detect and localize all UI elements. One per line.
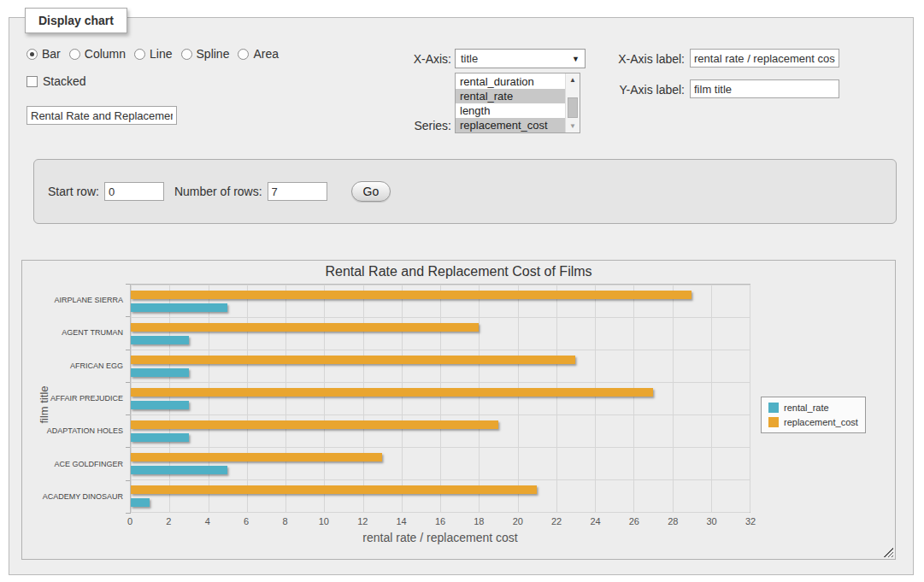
bar-rental_rate[interactable] bbox=[131, 336, 189, 344]
x-tick-label: 28 bbox=[668, 516, 678, 526]
bar-group bbox=[131, 350, 750, 382]
x-axis-select[interactable]: title ▼ bbox=[455, 49, 586, 68]
start-row-label: Start row: bbox=[48, 185, 99, 198]
x-tick-label: 26 bbox=[629, 516, 639, 526]
scroll-up-icon[interactable]: ▲ bbox=[566, 73, 580, 86]
chart-type-label: Line bbox=[150, 47, 172, 61]
x-tick-label: 2 bbox=[166, 516, 171, 526]
chart-type-label: Area bbox=[253, 47, 279, 61]
category-label: AFRICAN EGG bbox=[43, 350, 130, 382]
radio-icon[interactable] bbox=[26, 49, 38, 60]
series-label: Series: bbox=[411, 119, 451, 132]
series-listbox[interactable]: rental_durationrental_ratelengthreplacem… bbox=[455, 73, 580, 133]
x-tick-label: 24 bbox=[590, 516, 600, 526]
category-label: ACADEMY DINOSAUR bbox=[43, 480, 130, 513]
chart-type-bar[interactable]: Bar bbox=[26, 47, 61, 61]
bar-rental_rate[interactable] bbox=[131, 401, 189, 409]
x-tick-label: 6 bbox=[244, 516, 249, 526]
x-axis-title: rental rate / replacement cost bbox=[130, 531, 750, 544]
radio-icon[interactable] bbox=[181, 49, 192, 60]
chart-type-column[interactable]: Column bbox=[69, 47, 126, 61]
stacked-option[interactable]: Stacked bbox=[26, 74, 86, 88]
x-axis-ticks: 02468101214161820222426283032 bbox=[130, 516, 750, 528]
bar-replacement_cost[interactable] bbox=[131, 485, 537, 494]
series-scrollbar[interactable]: ▲ ▼ bbox=[565, 73, 580, 132]
chart-type-spline[interactable]: Spline bbox=[181, 47, 230, 61]
x-tick-label: 22 bbox=[551, 516, 562, 526]
bar-replacement_cost[interactable] bbox=[131, 323, 479, 332]
bar-rental_rate[interactable] bbox=[131, 303, 227, 312]
x-tick-label: 8 bbox=[282, 516, 287, 526]
x-axis-label-input[interactable] bbox=[690, 49, 839, 68]
series-option-length[interactable]: length bbox=[456, 103, 565, 118]
category-label: AGENT TRUMAN bbox=[43, 316, 130, 349]
x-tick-label: 30 bbox=[707, 516, 717, 526]
chart-type-radios: BarColumnLineSplineArea bbox=[26, 47, 279, 61]
stacked-label: Stacked bbox=[43, 74, 86, 88]
scrollbar-thumb[interactable] bbox=[568, 97, 578, 118]
legend-label: rental_rate bbox=[784, 403, 829, 413]
bar-group bbox=[131, 414, 750, 447]
bar-rental_rate[interactable] bbox=[131, 498, 150, 507]
chevron-down-icon: ▼ bbox=[572, 55, 580, 63]
radio-icon[interactable] bbox=[238, 49, 249, 60]
chart-title-input[interactable] bbox=[26, 106, 177, 125]
bar-replacement_cost[interactable] bbox=[131, 420, 498, 429]
chart-type-line[interactable]: Line bbox=[134, 47, 172, 61]
display-chart-tab[interactable]: Display chart bbox=[25, 8, 127, 33]
series-option-rental_rate[interactable]: rental_rate bbox=[456, 89, 565, 103]
x-tick-label: 12 bbox=[357, 516, 368, 526]
display-chart-fieldset: Display chart BarColumnLineSplineArea St… bbox=[9, 17, 914, 575]
bar-rental_rate[interactable] bbox=[131, 466, 227, 474]
num-rows-label: Number of rows: bbox=[174, 185, 262, 198]
series-options: rental_durationrental_ratelengthreplacem… bbox=[456, 73, 565, 132]
bar-group bbox=[131, 447, 750, 479]
chart-container: Rental Rate and Replacement Cost of Film… bbox=[21, 260, 896, 560]
plot-area bbox=[130, 284, 750, 513]
stacked-checkbox-icon[interactable] bbox=[26, 76, 38, 87]
chart-legend: rental_ratereplacement_cost bbox=[761, 397, 866, 433]
bar-rental_rate[interactable] bbox=[131, 433, 189, 442]
legend-item-rental_rate[interactable]: rental_rate bbox=[768, 403, 858, 413]
x-tick-label: 20 bbox=[513, 516, 523, 526]
legend-item-replacement_cost[interactable]: replacement_cost bbox=[768, 417, 858, 427]
go-button[interactable]: Go bbox=[351, 181, 391, 202]
chart-plot-wrapper: AIRPLANE SIERRAAGENT TRUMANAFRICAN EGGAF… bbox=[43, 284, 750, 513]
num-rows-input[interactable] bbox=[268, 182, 327, 201]
y-axis-label-label: Y-Axis label: bbox=[603, 83, 685, 97]
x-tick-label: 4 bbox=[205, 516, 210, 526]
x-tick-label: 32 bbox=[745, 516, 756, 526]
radio-icon[interactable] bbox=[69, 49, 80, 60]
x-tick-label: 16 bbox=[435, 516, 445, 526]
bar-replacement_cost[interactable] bbox=[131, 291, 692, 299]
series-option-replacement_cost[interactable]: replacement_cost bbox=[456, 118, 565, 132]
resize-grip-icon[interactable] bbox=[884, 548, 893, 557]
start-row-input[interactable] bbox=[104, 182, 164, 201]
x-tick-label: 14 bbox=[397, 516, 407, 526]
category-label: AIRPLANE SIERRA bbox=[43, 284, 130, 316]
chart-type-label: Bar bbox=[42, 47, 61, 61]
y-axis-label-input[interactable] bbox=[690, 79, 839, 98]
bar-group bbox=[131, 479, 750, 512]
gridline-y bbox=[131, 512, 750, 513]
bar-replacement_cost[interactable] bbox=[131, 388, 653, 397]
legend-swatch bbox=[768, 403, 779, 413]
series-option-rental_duration[interactable]: rental_duration bbox=[456, 74, 565, 89]
bar-group bbox=[131, 285, 750, 317]
x-axis-selected-value: title bbox=[461, 52, 478, 65]
bar-replacement_cost[interactable] bbox=[131, 356, 575, 364]
scroll-down-icon[interactable]: ▼ bbox=[566, 120, 580, 132]
x-tick-label: 10 bbox=[319, 516, 329, 526]
legend-swatch bbox=[768, 417, 779, 427]
chart-title: Rental Rate and Replacement Cost of Film… bbox=[22, 264, 895, 279]
radio-icon[interactable] bbox=[134, 49, 145, 60]
x-axis-select-label: X-Axis: bbox=[411, 52, 451, 66]
bar-rental_rate[interactable] bbox=[131, 368, 189, 377]
page: Display chart BarColumnLineSplineArea St… bbox=[0, 0, 924, 582]
bar-group bbox=[131, 382, 750, 414]
chart-type-label: Spline bbox=[197, 47, 230, 61]
chart-type-area[interactable]: Area bbox=[238, 47, 279, 61]
bar-replacement_cost[interactable] bbox=[131, 453, 382, 461]
x-tick-label: 0 bbox=[127, 516, 132, 526]
rows-panel: Start row: Number of rows: Go bbox=[33, 159, 897, 224]
